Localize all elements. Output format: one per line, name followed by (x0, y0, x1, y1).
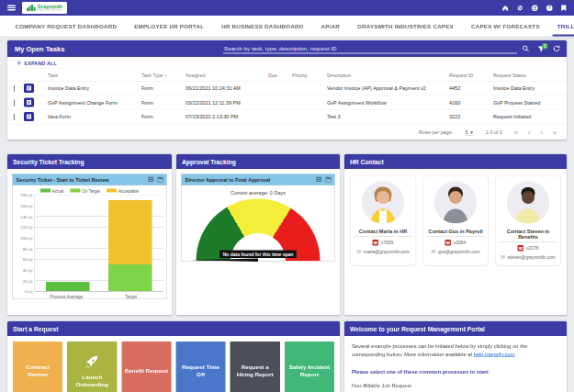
expand-all-icon (17, 61, 22, 66)
previous-page-button[interactable]: ‹ (528, 129, 531, 136)
contact-card[interactable]: Contact Marla in HR ☎x7659 ✉marla@graysm… (350, 175, 416, 266)
tab-employee-hr-portal[interactable]: EMPLOYEE HR PORTAL (126, 16, 213, 37)
x-axis-labels: Process Average Target (13, 294, 167, 299)
column-description[interactable]: Description (327, 73, 449, 78)
next-page-button[interactable]: › (540, 129, 543, 136)
app-viewport: Graysmith INDUSTRIES ? COMPANY REQUEST D… (0, 0, 574, 392)
cell-task-type: Form (141, 100, 186, 106)
column-request-id[interactable]: Request ID (449, 73, 493, 78)
cell-request-status: Invoice Data Entry (493, 85, 562, 91)
chevron-down-icon[interactable] (14, 85, 15, 92)
contact-email[interactable]: gus@graysmith.com (438, 249, 480, 254)
graysmith-logo[interactable]: Graysmith INDUSTRIES (22, 2, 67, 14)
apps-grid-icon[interactable] (532, 5, 539, 12)
panel-title: My Open Tasks (15, 45, 64, 53)
contact-card[interactable]: Contact Gus in Payroll ☎x3364 ✉gus@grays… (422, 175, 489, 266)
filter-icon[interactable]: 1 (538, 45, 546, 52)
last-page-button[interactable]: » (553, 129, 557, 136)
my-open-tasks-header: My Open Tasks 1 (7, 40, 567, 57)
contact-extension: x7659 (381, 241, 394, 246)
bookmark-icon[interactable] (561, 5, 568, 12)
legend-swatch (107, 189, 117, 193)
welcome-prompt: Please select one of these common proces… (352, 367, 559, 375)
column-due[interactable]: Due (268, 73, 292, 78)
panel-title: Security Ticket Tracking (7, 154, 172, 169)
avatar (362, 182, 404, 224)
table-row[interactable]: GxP Assignment Change Form Form 03/22/20… (7, 95, 567, 110)
hr-contact-panel: HR Contact Contact Marla in HR ☎x7659 ✉m… (344, 154, 567, 315)
task-search-input[interactable] (223, 44, 517, 54)
panel-title: Start a Request (7, 321, 340, 336)
home-icon[interactable] (502, 5, 510, 12)
column-task-type[interactable]: Task Type ↑ (141, 73, 186, 78)
approval-tracking-panel: Approval Tracking Director Approval to F… (176, 154, 340, 315)
caret-down-icon: ▾ (470, 129, 473, 134)
request-hiring-report-button[interactable]: Request a Hiring Report (231, 342, 280, 392)
cell-assigned: 07/23/2020 2:13:30 PM (186, 114, 268, 119)
column-task[interactable]: Task (48, 73, 141, 78)
settings-gear-icon[interactable] (517, 5, 524, 12)
bar-process-average[interactable] (46, 282, 90, 291)
phone-icon: ☎ (518, 245, 524, 252)
factory-bars-icon (27, 5, 35, 11)
contact-email[interactable]: marla@graysmith.com (364, 249, 410, 254)
tab-hr-business-dashboard[interactable]: HR BUSINESS DASHBOARD (213, 16, 312, 37)
benefit-request-button[interactable]: Benefit Request (121, 342, 171, 392)
cell-task[interactable]: GxP Assignment Change Form (48, 100, 141, 106)
column-assigned[interactable]: Assigned (186, 73, 268, 78)
email-icon: ✉ (431, 249, 435, 254)
contact-extension: x3364 (454, 241, 467, 246)
cell-description: GxP Assignment Workflow (327, 100, 449, 106)
request-time-off-button[interactable]: Request Time Off (175, 342, 225, 392)
first-page-button[interactable]: « (514, 129, 518, 136)
table-pagination: Rows per page: 5▾ 1-3 of 3 « ‹ › » (7, 124, 567, 140)
table-row[interactable]: Idea Form Form 07/23/2020 2:13:30 PM Tes… (7, 110, 567, 125)
tab-ap-ar[interactable]: AP/AR (312, 16, 348, 37)
contact-name: Contact Gus in Payroll (427, 229, 485, 237)
contact-name: Contact Steven in Benefits (500, 229, 557, 242)
help-link[interactable]: help.integrify.com (474, 352, 515, 357)
chevron-down-icon[interactable] (14, 100, 15, 106)
avatar (434, 182, 477, 224)
legend-swatch (70, 189, 80, 193)
help-icon[interactable]: ? (546, 5, 554, 12)
panel-title: Welcome to your Request Management Porta… (344, 321, 567, 336)
refresh-icon[interactable] (553, 45, 560, 52)
column-priority[interactable]: Priority (292, 73, 327, 78)
phone-icon: ☎ (373, 240, 379, 246)
start-a-request-panel: Start a Request Contract Review Launch O… (7, 321, 340, 392)
process-option[interactable]: Non-Billable Job Request (352, 382, 559, 390)
rows-per-page-select[interactable]: 5▾ (465, 129, 474, 136)
calendar-icon[interactable] (326, 176, 332, 182)
rocket-icon (84, 354, 100, 370)
app-bar: Graysmith INDUSTRIES ? (0, 0, 574, 16)
tab-graysmith-industries-capex[interactable]: GRAYSMITH INDUSTRIES CAPEX (348, 16, 462, 37)
calendar-icon[interactable] (158, 176, 163, 182)
tab-company-request-dashboard[interactable]: COMPANY REQUEST DASHBOARD (6, 16, 126, 37)
chevron-down-icon[interactable] (14, 114, 15, 120)
email-icon: ✉ (356, 249, 361, 254)
tab-capex-w-forecasts[interactable]: CAPEX W/ FORECASTS (462, 16, 548, 37)
search-icon[interactable] (523, 45, 530, 52)
open-tasks-table: Task Task Type ↑ Assigned Due Priority D… (7, 69, 567, 124)
launch-onboarding-button[interactable]: Launch Onboarding (67, 342, 117, 392)
contract-review-button[interactable]: Contract Review (13, 342, 62, 392)
email-icon: ✉ (501, 254, 505, 260)
sort-arrow-icon: ↑ (164, 73, 167, 78)
task-form-icon (24, 112, 34, 121)
contact-card[interactable]: Contact Steven in Benefits ☎x2178 ✉steve… (495, 175, 561, 266)
table-row[interactable]: Invoice Data Entry Form 06/21/2021 10:24… (7, 82, 567, 96)
contact-email[interactable]: steven@graysmith.com (508, 254, 556, 260)
expand-all-button[interactable]: EXPAND ALL (7, 57, 567, 69)
logo-subtext: INDUSTRIES (38, 9, 62, 12)
cell-task[interactable]: Invoice Data Entry (48, 85, 141, 91)
column-request-status[interactable]: Request Status (493, 73, 562, 78)
safety-incident-report-button[interactable]: Safety Incident Report (285, 342, 334, 392)
menu-icon[interactable] (148, 177, 154, 183)
tab-trillium-employee-portal[interactable]: TRILLIUM EMPLOYEE PORTAL (548, 16, 574, 37)
stacked-bar-chart: 180 (s) 160 (s) 140 (s) 120 (s) 100 (s) … (13, 196, 167, 292)
bar-target[interactable] (108, 200, 152, 291)
hamburger-menu-icon[interactable] (7, 6, 16, 11)
cell-task[interactable]: Idea Form (48, 114, 141, 119)
menu-icon[interactable] (316, 177, 322, 183)
